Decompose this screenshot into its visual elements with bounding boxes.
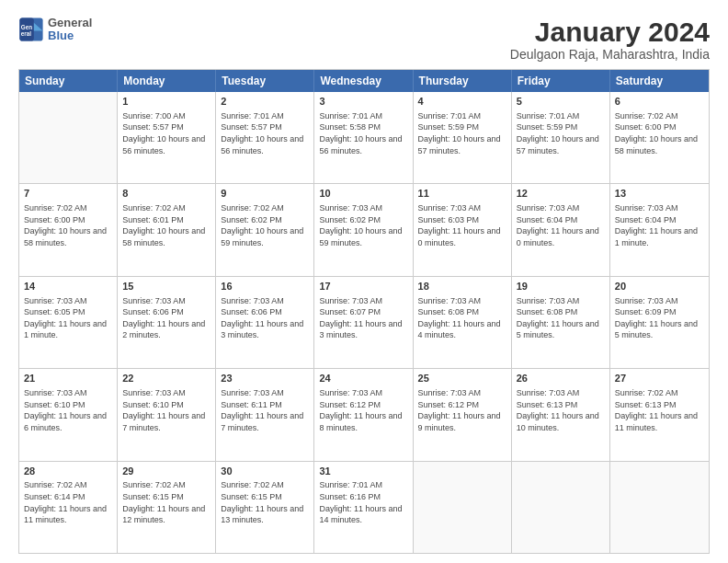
day-number: 27 bbox=[615, 372, 704, 385]
cell-info: Sunrise: 7:03 AM Sunset: 6:02 PM Dayligh… bbox=[319, 202, 407, 248]
day-number: 6 bbox=[615, 95, 704, 109]
cell-info: Sunrise: 7:02 AM Sunset: 6:01 PM Dayligh… bbox=[122, 202, 210, 248]
page: Gen eral General Blue January 2024 Deulg… bbox=[0, 0, 728, 563]
day-number: 14 bbox=[24, 280, 112, 293]
cell-info: Sunrise: 7:03 AM Sunset: 6:06 PM Dayligh… bbox=[221, 295, 309, 341]
day-number: 26 bbox=[517, 372, 605, 385]
logo-icon: Gen eral bbox=[18, 17, 44, 42]
day-number: 17 bbox=[319, 280, 407, 293]
cell-info: Sunrise: 7:02 AM Sunset: 6:15 PM Dayligh… bbox=[221, 479, 309, 525]
day-number: 31 bbox=[319, 465, 407, 478]
calendar-cell bbox=[19, 92, 118, 183]
svg-text:eral: eral bbox=[21, 30, 31, 37]
day-number: 23 bbox=[221, 372, 309, 385]
calendar-cell: 11Sunrise: 7:03 AM Sunset: 6:03 PM Dayli… bbox=[414, 184, 512, 275]
calendar-cell: 21Sunrise: 7:03 AM Sunset: 6:10 PM Dayli… bbox=[19, 369, 118, 460]
cell-info: Sunrise: 7:02 AM Sunset: 6:00 PM Dayligh… bbox=[24, 202, 112, 248]
day-number: 22 bbox=[122, 372, 210, 385]
day-number: 12 bbox=[517, 187, 605, 201]
cell-info: Sunrise: 7:02 AM Sunset: 6:15 PM Dayligh… bbox=[122, 479, 210, 525]
logo-line1: General bbox=[48, 17, 92, 29]
main-title: January 2024 bbox=[510, 17, 710, 47]
weekday-header: Sunday bbox=[19, 70, 118, 92]
calendar-cell: 29Sunrise: 7:02 AM Sunset: 6:15 PM Dayli… bbox=[118, 462, 216, 553]
cell-info: Sunrise: 7:03 AM Sunset: 6:10 PM Dayligh… bbox=[122, 387, 210, 433]
day-number: 28 bbox=[24, 465, 112, 478]
calendar-cell: 22Sunrise: 7:03 AM Sunset: 6:10 PM Dayli… bbox=[118, 369, 216, 460]
cell-info: Sunrise: 7:03 AM Sunset: 6:13 PM Dayligh… bbox=[517, 387, 605, 433]
calendar-cell bbox=[610, 462, 709, 553]
cell-info: Sunrise: 7:03 AM Sunset: 6:09 PM Dayligh… bbox=[615, 295, 704, 341]
calendar-cell: 8Sunrise: 7:02 AM Sunset: 6:01 PM Daylig… bbox=[118, 184, 216, 275]
day-number: 15 bbox=[122, 280, 210, 293]
cell-info: Sunrise: 7:01 AM Sunset: 6:16 PM Dayligh… bbox=[319, 479, 407, 525]
calendar-cell: 1Sunrise: 7:00 AM Sunset: 5:57 PM Daylig… bbox=[118, 92, 216, 183]
day-number: 8 bbox=[122, 187, 210, 201]
cell-info: Sunrise: 7:02 AM Sunset: 6:13 PM Dayligh… bbox=[615, 387, 704, 433]
cell-info: Sunrise: 7:01 AM Sunset: 5:59 PM Dayligh… bbox=[517, 110, 605, 156]
day-number: 30 bbox=[221, 465, 309, 478]
calendar-week-row: 14Sunrise: 7:03 AM Sunset: 6:05 PM Dayli… bbox=[19, 276, 709, 368]
calendar-cell: 27Sunrise: 7:02 AM Sunset: 6:13 PM Dayli… bbox=[610, 369, 709, 460]
calendar-cell: 31Sunrise: 7:01 AM Sunset: 6:16 PM Dayli… bbox=[314, 462, 413, 553]
weekday-header: Wednesday bbox=[314, 70, 413, 92]
day-number: 9 bbox=[221, 187, 309, 201]
calendar-cell: 26Sunrise: 7:03 AM Sunset: 6:13 PM Dayli… bbox=[512, 369, 610, 460]
calendar-cell: 9Sunrise: 7:02 AM Sunset: 6:02 PM Daylig… bbox=[216, 184, 314, 275]
day-number: 16 bbox=[221, 280, 309, 293]
calendar-cell: 23Sunrise: 7:03 AM Sunset: 6:11 PM Dayli… bbox=[216, 369, 314, 460]
logo: Gen eral General Blue bbox=[18, 17, 92, 43]
day-number: 1 bbox=[122, 95, 210, 109]
cell-info: Sunrise: 7:02 AM Sunset: 6:02 PM Dayligh… bbox=[221, 202, 309, 248]
cell-info: Sunrise: 7:03 AM Sunset: 6:11 PM Dayligh… bbox=[221, 387, 309, 433]
calendar-cell: 18Sunrise: 7:03 AM Sunset: 6:08 PM Dayli… bbox=[414, 277, 512, 368]
calendar: SundayMondayTuesdayWednesdayThursdayFrid… bbox=[18, 69, 710, 554]
weekday-header: Friday bbox=[512, 70, 610, 92]
day-number: 10 bbox=[319, 187, 407, 201]
cell-info: Sunrise: 7:03 AM Sunset: 6:12 PM Dayligh… bbox=[418, 387, 506, 433]
calendar-cell bbox=[512, 462, 610, 553]
day-number: 5 bbox=[517, 95, 605, 109]
calendar-cell: 30Sunrise: 7:02 AM Sunset: 6:15 PM Dayli… bbox=[216, 462, 314, 553]
calendar-cell: 20Sunrise: 7:03 AM Sunset: 6:09 PM Dayli… bbox=[610, 277, 709, 368]
logo-line2: Blue bbox=[48, 29, 92, 42]
day-number: 13 bbox=[615, 187, 704, 201]
calendar-cell: 10Sunrise: 7:03 AM Sunset: 6:02 PM Dayli… bbox=[314, 184, 413, 275]
svg-text:Gen: Gen bbox=[21, 24, 32, 30]
cell-info: Sunrise: 7:03 AM Sunset: 6:04 PM Dayligh… bbox=[615, 202, 704, 248]
cell-info: Sunrise: 7:03 AM Sunset: 6:06 PM Dayligh… bbox=[122, 295, 210, 341]
cell-info: Sunrise: 7:03 AM Sunset: 6:03 PM Dayligh… bbox=[418, 202, 506, 248]
day-number: 3 bbox=[319, 95, 407, 109]
logo-text: General Blue bbox=[48, 17, 92, 43]
calendar-cell: 14Sunrise: 7:03 AM Sunset: 6:05 PM Dayli… bbox=[19, 277, 118, 368]
calendar-cell bbox=[414, 462, 512, 553]
header: Gen eral General Blue January 2024 Deulg… bbox=[18, 17, 710, 62]
cell-info: Sunrise: 7:01 AM Sunset: 5:59 PM Dayligh… bbox=[418, 110, 506, 156]
calendar-cell: 2Sunrise: 7:01 AM Sunset: 5:57 PM Daylig… bbox=[216, 92, 314, 183]
weekday-header: Tuesday bbox=[216, 70, 314, 92]
day-number: 2 bbox=[221, 95, 309, 109]
calendar-week-row: 7Sunrise: 7:02 AM Sunset: 6:00 PM Daylig… bbox=[19, 183, 709, 275]
calendar-cell: 25Sunrise: 7:03 AM Sunset: 6:12 PM Dayli… bbox=[414, 369, 512, 460]
cell-info: Sunrise: 7:02 AM Sunset: 6:14 PM Dayligh… bbox=[24, 479, 112, 525]
cell-info: Sunrise: 7:00 AM Sunset: 5:57 PM Dayligh… bbox=[122, 110, 210, 156]
cell-info: Sunrise: 7:01 AM Sunset: 5:58 PM Dayligh… bbox=[319, 110, 407, 156]
weekday-header: Monday bbox=[118, 70, 216, 92]
day-number: 11 bbox=[418, 187, 506, 201]
cell-info: Sunrise: 7:01 AM Sunset: 5:57 PM Dayligh… bbox=[221, 110, 309, 156]
cell-info: Sunrise: 7:03 AM Sunset: 6:12 PM Dayligh… bbox=[319, 387, 407, 433]
day-number: 29 bbox=[122, 465, 210, 478]
cell-info: Sunrise: 7:03 AM Sunset: 6:08 PM Dayligh… bbox=[517, 295, 605, 341]
calendar-header: SundayMondayTuesdayWednesdayThursdayFrid… bbox=[19, 70, 709, 92]
calendar-body: 1Sunrise: 7:00 AM Sunset: 5:57 PM Daylig… bbox=[19, 92, 709, 553]
calendar-cell: 7Sunrise: 7:02 AM Sunset: 6:00 PM Daylig… bbox=[19, 184, 118, 275]
calendar-cell: 13Sunrise: 7:03 AM Sunset: 6:04 PM Dayli… bbox=[610, 184, 709, 275]
day-number: 19 bbox=[517, 280, 605, 293]
calendar-cell: 24Sunrise: 7:03 AM Sunset: 6:12 PM Dayli… bbox=[314, 369, 413, 460]
day-number: 21 bbox=[24, 372, 112, 385]
calendar-cell: 15Sunrise: 7:03 AM Sunset: 6:06 PM Dayli… bbox=[118, 277, 216, 368]
calendar-cell: 4Sunrise: 7:01 AM Sunset: 5:59 PM Daylig… bbox=[414, 92, 512, 183]
cell-info: Sunrise: 7:02 AM Sunset: 6:00 PM Dayligh… bbox=[615, 110, 704, 156]
cell-info: Sunrise: 7:03 AM Sunset: 6:08 PM Dayligh… bbox=[418, 295, 506, 341]
day-number: 18 bbox=[418, 280, 506, 293]
